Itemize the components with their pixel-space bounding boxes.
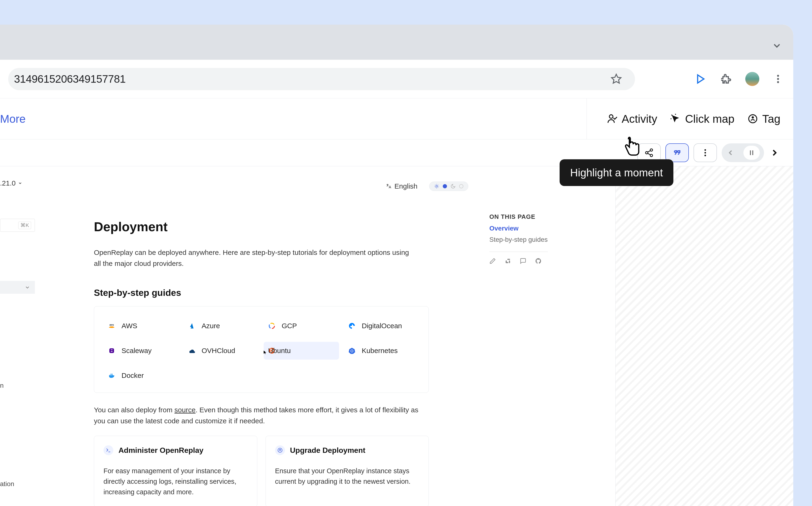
- guide-item-gcp[interactable]: GCP: [264, 317, 339, 335]
- slack-icon: [505, 258, 511, 264]
- sun-icon: [434, 184, 439, 189]
- source-link[interactable]: source: [175, 406, 196, 414]
- chrome-tab-strip: [0, 25, 793, 60]
- pause-button[interactable]: [743, 146, 760, 160]
- svg-line-27: [438, 187, 438, 188]
- cursor-pointer-icon: [622, 136, 643, 159]
- comment-icon: [520, 258, 526, 264]
- upgrade-icon: [275, 445, 285, 455]
- svg-point-10: [752, 117, 753, 118]
- guide-label: Docker: [121, 371, 144, 380]
- svg-text:aws: aws: [110, 324, 114, 326]
- guide-label: Kubernetes: [362, 347, 398, 355]
- svg-marker-1: [698, 75, 704, 83]
- upgrade-card[interactable]: Upgrade Deployment Ensure that your Open…: [266, 436, 429, 506]
- tag-label: Tag: [763, 112, 780, 125]
- svg-point-5: [609, 115, 613, 118]
- chevron-down-icon: [18, 181, 22, 185]
- pencil-icon: [489, 258, 496, 264]
- doc-main: English Deployment OpenReplay can be dep…: [35, 166, 473, 506]
- svg-point-16: [705, 149, 706, 151]
- version-selector[interactable]: .21.0: [0, 179, 35, 187]
- guide-item-digitalocean[interactable]: DigitalOcean: [344, 317, 419, 335]
- svg-marker-40: [348, 348, 355, 354]
- language-label: English: [395, 182, 417, 190]
- guide-item-aws[interactable]: awsAWS: [103, 317, 179, 335]
- kebab-icon: [773, 74, 784, 84]
- chevron-right-icon: [770, 148, 780, 158]
- edit-page-button[interactable]: [489, 258, 496, 265]
- upgrade-body: Ensure that your OpenReplay instance sta…: [275, 466, 419, 487]
- extensions-button[interactable]: [719, 72, 733, 86]
- share-icon: [644, 148, 654, 157]
- guide-item-ovhcloud[interactable]: OVHCloud: [184, 342, 259, 359]
- guides-grid: awsAWSAzureGCPDigitalOceanScalewayOVHClo…: [103, 317, 419, 385]
- aside-link-overview[interactable]: Overview: [489, 225, 548, 232]
- guide-item-azure[interactable]: Azure: [184, 317, 259, 335]
- administer-card[interactable]: Administer OpenReplay For easy managemen…: [94, 436, 257, 506]
- play-extension-button[interactable]: [694, 72, 708, 86]
- next-button[interactable]: [769, 143, 780, 162]
- page-title: Deployment: [94, 219, 459, 234]
- player-toolbar: [0, 139, 793, 166]
- bookmark-button[interactable]: [609, 72, 623, 86]
- svg-marker-0: [612, 74, 621, 83]
- ovhcloud-icon: [187, 346, 196, 355]
- guide-label: OVHCloud: [202, 347, 235, 355]
- prev-button[interactable]: [726, 148, 735, 157]
- version-label: .21.0: [0, 179, 16, 187]
- kebab-icon: [701, 148, 710, 157]
- search-box[interactable]: ⌘K: [0, 219, 35, 232]
- playback-nav: [722, 143, 764, 162]
- svg-point-17: [705, 152, 706, 154]
- svg-point-11: [650, 149, 652, 151]
- svg-rect-47: [506, 262, 509, 263]
- moon-icon: [450, 184, 455, 189]
- profile-avatar[interactable]: [745, 72, 759, 86]
- clickmap-label: Click map: [685, 112, 734, 125]
- tag-icon: [747, 113, 758, 124]
- guides-box: awsAWSAzureGCPDigitalOceanScalewayOVHClo…: [94, 306, 429, 393]
- svg-point-21: [436, 185, 437, 187]
- github-icon: [535, 258, 541, 264]
- svg-point-13: [650, 154, 652, 157]
- guide-item-scaleway[interactable]: Scaleway: [103, 342, 179, 359]
- play-icon: [695, 74, 706, 84]
- feedback-button[interactable]: [520, 258, 527, 265]
- svg-point-4: [777, 81, 779, 83]
- sidebar-item-active[interactable]: [0, 281, 35, 294]
- guide-label: Ubuntu: [268, 347, 291, 355]
- guide-label: Azure: [202, 322, 220, 330]
- aside-icons: [489, 258, 548, 265]
- address-field[interactable]: 3149615206349157781: [8, 68, 635, 90]
- chrome-toolbar-icons: [694, 72, 785, 86]
- collapse-button[interactable]: [768, 36, 786, 55]
- administer-body: For easy management of your instance by …: [103, 466, 248, 497]
- app-header: More Activity Click map Tag: [0, 98, 793, 139]
- activity-label: Activity: [622, 112, 657, 125]
- svg-point-9: [748, 115, 757, 123]
- language-selector[interactable]: English: [386, 182, 417, 190]
- chrome-menu-button[interactable]: [771, 72, 785, 86]
- guide-item-ubuntu[interactable]: Ubuntu: [264, 342, 339, 359]
- sidebar-item-partial-text[interactable]: n: [0, 382, 4, 389]
- slack-button[interactable]: [505, 258, 512, 265]
- guide-item-docker[interactable]: Docker: [103, 367, 179, 385]
- theme-dot-inactive: [459, 184, 464, 188]
- tooltip: Highlight a moment: [560, 159, 674, 186]
- chevron-down-icon: [25, 284, 30, 290]
- aside-link-guides[interactable]: Step-by-step guides: [489, 236, 548, 243]
- chevron-left-icon: [726, 149, 735, 157]
- guide-label: Scaleway: [121, 347, 151, 355]
- clickmap-button[interactable]: Click map: [670, 112, 734, 125]
- activity-button[interactable]: Activity: [607, 112, 657, 125]
- guide-item-kubernetes[interactable]: Kubernetes: [344, 342, 419, 359]
- more-options-button[interactable]: [694, 143, 717, 162]
- more-link[interactable]: More: [0, 112, 25, 125]
- sidebar-item-partial-text[interactable]: ation: [0, 480, 14, 488]
- guides-heading: Step-by-step guides: [94, 288, 459, 298]
- github-button[interactable]: [535, 258, 542, 265]
- tag-button[interactable]: Tag: [747, 112, 780, 125]
- theme-toggle[interactable]: [429, 181, 468, 191]
- svg-rect-34: [109, 348, 114, 353]
